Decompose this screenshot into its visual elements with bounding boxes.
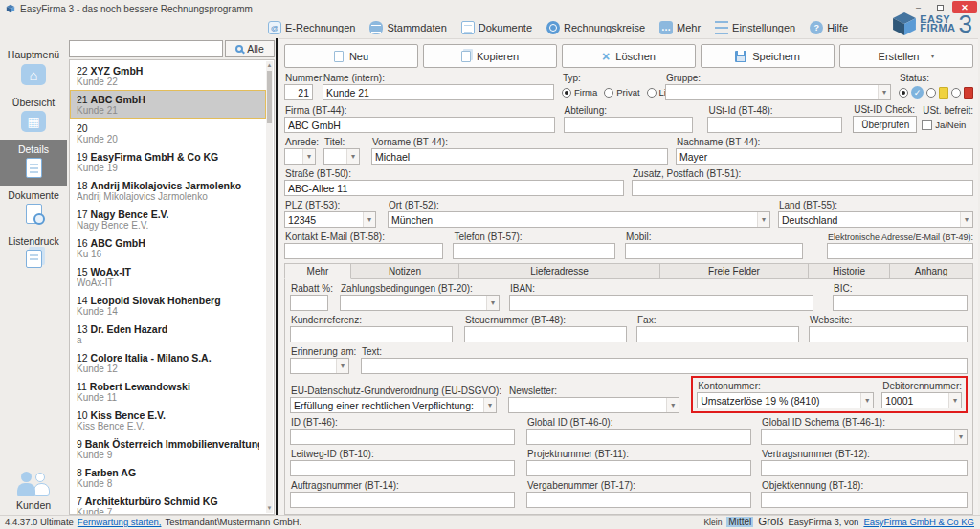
zoom-small[interactable]: Klein [703, 518, 722, 527]
nav-einstellungen[interactable]: Einstellungen [715, 21, 795, 34]
nachname-input[interactable] [676, 148, 973, 165]
list-item[interactable]: 19 EasyFirma GmbH & Co KG Kunde 19 [70, 147, 266, 176]
zusatz-input[interactable] [632, 180, 973, 196]
list-item[interactable]: 9 Bank Österreich Immobilienveraltung Gm… [70, 434, 266, 463]
sidebar-kunden[interactable]: Kunden [0, 472, 67, 511]
ustid-check-button[interactable]: Überprüfen [853, 116, 917, 133]
typ-privat-radio[interactable] [604, 88, 613, 98]
name-intern-input[interactable] [323, 84, 554, 100]
objektkennung-input[interactable] [761, 492, 968, 508]
projektnummer-input[interactable] [526, 460, 751, 476]
newsletter-select[interactable]: ▾ [508, 397, 679, 413]
create-dropdown-button[interactable]: Erstellen▾ [839, 44, 973, 68]
list-item[interactable]: 16 ABC GmbH Ku 16 [70, 233, 266, 262]
list-item[interactable]: 13 Dr. Eden Hazard a [70, 320, 266, 348]
tab-historie[interactable]: Historie [809, 263, 890, 279]
plz-select[interactable]: 12345▾ [284, 211, 376, 228]
nav-stammdaten[interactable]: Stammdaten [369, 21, 446, 34]
nav-hilfe[interactable]: ?Hilfe [810, 21, 848, 34]
vertragsnummer-input[interactable] [761, 460, 968, 476]
status-ok-radio[interactable] [899, 88, 908, 98]
kontonummer-select[interactable]: Umsatzerlöse 19 % (8410)▾ [697, 392, 874, 408]
tab-freie-felder[interactable]: Freie Felder [660, 263, 809, 279]
typ-firma-radio[interactable] [562, 88, 571, 98]
filter-all-button[interactable]: Alle [225, 40, 275, 57]
list-item[interactable]: 22 XYZ GmbH Kunde 22 [70, 61, 266, 90]
text-input[interactable] [361, 358, 968, 374]
vergabenummer-input[interactable] [526, 492, 751, 508]
sidebar-item-dokumente[interactable]: Dokumente [0, 186, 67, 231]
telefon-input[interactable] [453, 243, 614, 259]
kontakt-email-input[interactable] [284, 243, 443, 259]
nav-e-rechnungen[interactable]: @E-Rechnungen [268, 21, 355, 34]
list-item[interactable]: 11 Robert Lewandowski Kunde 11 [70, 377, 266, 406]
status-red-radio[interactable] [951, 88, 961, 98]
zahlungsbedingungen-select[interactable]: ▾ [340, 295, 500, 311]
elektronische-adresse-input[interactable] [827, 243, 973, 259]
gruppe-select[interactable]: ▾ [665, 84, 891, 100]
status-yellow-radio[interactable] [926, 88, 936, 98]
nummer-input[interactable] [284, 84, 313, 100]
list-item[interactable]: 8 Farben AG Kunde 8 [70, 463, 266, 492]
vendor-link[interactable]: EasyFirma GmbH & Co KG [863, 517, 974, 527]
rabatt-input[interactable] [290, 295, 328, 311]
leitweg-id-input[interactable] [290, 460, 515, 476]
search-input[interactable] [69, 40, 223, 57]
ustid-input[interactable] [707, 117, 842, 133]
list-item[interactable]: 21 ABC GmbH Kunde 21 [70, 90, 266, 119]
auftragsnummer-input[interactable] [290, 492, 515, 508]
titel-select[interactable]: ▾ [323, 148, 360, 165]
delete-button[interactable]: ×Löschen [562, 44, 696, 68]
debitorennummer-select[interactable]: 10001▾ [881, 392, 962, 408]
tab-notizen[interactable]: Notizen [351, 263, 459, 279]
scroll-up-icon[interactable]: ▲ [266, 61, 273, 70]
list-item[interactable]: 12 Colore Italia - Milano S.A. Kunde 12 [70, 348, 266, 377]
ort-select[interactable]: München▾ [388, 211, 770, 228]
sidebar-item-details[interactable]: Details [0, 140, 67, 186]
scroll-thumb[interactable] [267, 71, 272, 123]
webseite-input[interactable] [809, 326, 968, 342]
list-item[interactable]: 15 WoAx-IT WoAx-IT [70, 262, 266, 291]
ust-befreit-checkbox[interactable] [922, 120, 932, 130]
strasse-input[interactable] [284, 180, 624, 196]
vorname-input[interactable] [371, 148, 668, 165]
list-item[interactable]: 7 Architekturbüro Schmid KG Kunde 7 [70, 492, 266, 514]
scroll-down-icon[interactable]: ▼ [266, 504, 273, 513]
list-item[interactable]: 14 Leopold Slovak Hohenberg Kunde 14 [70, 291, 266, 320]
tab-lieferadresse[interactable]: Lieferadresse [459, 263, 660, 279]
dsgvo-select[interactable]: Erfüllung einer rechtlichen Verpflichtun… [290, 397, 497, 413]
save-button[interactable]: Speichern [701, 44, 835, 68]
list-item[interactable]: 18 Andrij Mikolajovics Jarmolenko Andrij… [70, 176, 266, 205]
zoom-large[interactable]: Groß [758, 516, 783, 527]
tab-mehr[interactable]: Mehr [284, 263, 351, 279]
nav-mehr[interactable]: …Mehr [659, 21, 701, 34]
nav-rechnungskreise[interactable]: Rechnungskreise [546, 21, 645, 34]
abteilung-input[interactable] [564, 117, 694, 133]
firma-input[interactable] [284, 117, 555, 133]
land-select[interactable]: Deutschland▾ [778, 211, 973, 228]
mobil-input[interactable] [625, 243, 803, 259]
new-button[interactable]: Neu [284, 44, 418, 68]
iban-input[interactable] [509, 295, 813, 311]
list-item[interactable]: 17 Nagy Bence E.V. Nagy Bence E.V. [70, 205, 266, 233]
fax-input[interactable] [636, 326, 799, 342]
list-item[interactable]: 10 Kiss Bence E.V. Kiss Bence E.V. [70, 406, 266, 434]
anrede-select[interactable]: ▾ [284, 148, 316, 165]
copy-button[interactable]: Kopieren [423, 44, 557, 68]
scrollbar[interactable]: ▲ ▼ [266, 61, 273, 513]
fernwartung-link[interactable]: Fernwartung starten, [78, 517, 162, 527]
list-item[interactable]: 20 Kunde 20 [70, 119, 266, 147]
sidebar-hauptmenu-home[interactable]: ⌂ [0, 60, 67, 93]
sidebar-item-uebersicht[interactable]: Übersicht ▦ [0, 93, 67, 140]
erinnerung-select[interactable]: ▾ [290, 358, 349, 374]
global-id-schema-select[interactable]: ▾ [761, 429, 968, 445]
tab-anhang[interactable]: Anhang [890, 263, 973, 279]
zoom-medium[interactable]: Mittel [726, 517, 753, 527]
global-id-input[interactable] [526, 429, 751, 445]
typ-lieferant-radio[interactable] [647, 88, 657, 98]
id-input[interactable] [290, 429, 515, 445]
kundenreferenz-input[interactable] [290, 326, 453, 342]
bic-input[interactable] [833, 295, 968, 311]
sidebar-item-listendruck[interactable]: Listendruck [0, 231, 67, 276]
steuernummer-input[interactable] [464, 326, 627, 342]
